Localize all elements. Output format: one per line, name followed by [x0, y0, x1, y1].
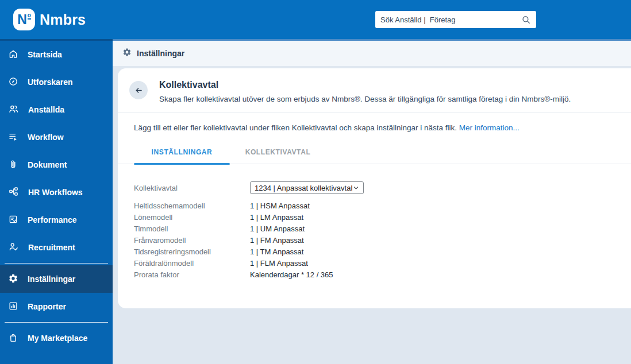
sidebar-item-label: Utforskaren — [28, 78, 73, 87]
sidebar-item-label: Dokument — [28, 160, 67, 169]
field-label: Kollektivavtal — [134, 184, 250, 192]
sidebar-item-startsida[interactable]: Startsida — [0, 41, 113, 68]
sidebar-item-performance[interactable]: Performance — [0, 206, 113, 234]
sidebar-divider — [5, 263, 108, 264]
sidebar-item-utforskaren[interactable]: Utforskaren — [0, 68, 113, 96]
workflow-icon — [8, 131, 18, 144]
form-row: Prorata faktor Kalenderdagar * 12 / 365 — [134, 269, 615, 280]
sidebar-item-label: HR Workflows — [28, 188, 83, 197]
more-information-link[interactable]: Mer information... — [459, 123, 520, 132]
tab-bar: INSTÄLLNINGAR KOLLEKTIVAVTAL — [118, 141, 631, 164]
tab-kollektivavtal[interactable]: KOLLEKTIVAVTAL — [230, 141, 326, 164]
sidebar-item-label: Anställda — [28, 105, 64, 114]
bar-chart-icon — [8, 301, 18, 313]
kollektivavtal-select[interactable]: 1234 | Anpassat kollektivavtal — [250, 181, 364, 194]
sidebar-item-label: Inställningar — [28, 274, 75, 284]
field-label: Lönemodell — [134, 213, 250, 222]
sidebar-item-recruitment[interactable]: Recruitment — [0, 234, 113, 261]
compass-icon — [8, 76, 18, 88]
sidebar-item-anstallda[interactable]: Anställda — [0, 96, 113, 123]
form-row: Heltidsschemamodell 1 | HSM Anpassat — [134, 200, 615, 211]
home-icon — [8, 49, 18, 61]
page-subtitle: Skapa fler kollektivavtal utöver de som … — [159, 95, 571, 103]
page-title: Kollektivavtal — [159, 80, 571, 90]
sidebar-divider — [5, 322, 108, 323]
sidebar-item-workflow[interactable]: Workflow — [0, 123, 113, 151]
hierarchy-icon — [8, 186, 19, 199]
user-check-icon — [8, 241, 19, 254]
search-icon[interactable] — [521, 15, 531, 25]
sidebar-item-label: Recruitment — [28, 243, 75, 252]
global-search — [375, 11, 536, 28]
form-row: Föräldralönmodell 1 | FLM Anpassat — [134, 257, 615, 269]
app-header: N o Nmbrs — [0, 0, 631, 39]
logo-letter: N — [17, 13, 27, 26]
field-label: Prorata faktor — [134, 270, 250, 279]
field-value: 1 | HSM Anpassat — [250, 202, 310, 210]
gear-icon — [122, 48, 132, 59]
search-input[interactable] — [380, 16, 521, 24]
field-value: 1 | FM Anpassat — [250, 236, 304, 245]
info-text: Lägg till ett eller fler kollektivavtal … — [134, 123, 457, 132]
breadcrumb[interactable]: Inställningar — [113, 41, 631, 66]
field-value: 1 | LM Anpassat — [250, 213, 303, 222]
chevron-down-icon — [353, 185, 359, 191]
tab-installningar[interactable]: INSTÄLLNINGAR — [134, 141, 230, 164]
logo-wordmark: Nmbrs — [40, 11, 86, 28]
sidebar-item-label: Startsida — [28, 50, 62, 59]
sidebar-item-label: Rapporter — [28, 302, 66, 311]
field-label: Timmodell — [134, 224, 250, 233]
back-button[interactable] — [129, 81, 148, 99]
content-area: Inställningar Kollektivavtal Skapa fler … — [113, 39, 631, 364]
gear-icon — [8, 273, 18, 285]
settings-form: Kollektivavtal 1234 | Anpassat kollektiv… — [118, 164, 631, 280]
field-label: Frånvaromodell — [134, 236, 250, 245]
sidebar-item-label: Performance — [28, 215, 77, 224]
breadcrumb-label: Inställningar — [137, 49, 184, 58]
settings-card: Kollektivavtal Skapa fler kollektivavtal… — [118, 68, 631, 308]
logo-ordinal: o — [28, 13, 31, 20]
field-value: 1 | UM Anpassat — [250, 224, 305, 233]
card-header: Kollektivavtal Skapa fler kollektivavtal… — [118, 68, 631, 113]
info-paragraph: Lägg till ett eller fler kollektivavtal … — [118, 113, 631, 132]
sidebar-item-label: My Marketplace — [28, 334, 87, 343]
sidebar: Startsida Utforskaren Anställda Workflow… — [0, 39, 113, 364]
form-row: Timmodell 1 | UM Anpassat — [134, 223, 615, 234]
sidebar-item-hr-workflows[interactable]: HR Workflows — [0, 179, 113, 206]
field-label: Heltidsschemamodell — [134, 202, 250, 210]
sidebar-item-installningar[interactable]: Inställningar — [0, 265, 113, 293]
field-value: Kalenderdagar * 12 / 365 — [250, 270, 333, 279]
sidebar-item-my-marketplace[interactable]: My Marketplace — [0, 324, 113, 352]
form-row: Tidsregistreringsmodell 1 | TM Anpassat — [134, 246, 615, 257]
form-row-kollektivavtal: Kollektivavtal 1234 | Anpassat kollektiv… — [134, 181, 615, 194]
sidebar-item-rapporter[interactable]: Rapporter — [0, 293, 113, 320]
users-icon — [8, 103, 19, 116]
select-value: 1234 | Anpassat kollektivavtal — [255, 184, 352, 192]
shopping-bag-icon — [8, 332, 18, 344]
field-value: 1 | TM Anpassat — [250, 247, 303, 256]
nmbrs-logo[interactable]: N o Nmbrs — [13, 9, 86, 30]
field-label: Föräldralönmodell — [134, 259, 250, 268]
paperclip-icon — [8, 159, 18, 171]
sidebar-item-label: Workflow — [28, 133, 64, 142]
nmbrs-logo-badge: N o — [13, 9, 35, 30]
form-row: Lönemodell 1 | LM Anpassat — [134, 211, 615, 223]
form-row: Frånvaromodell 1 | FM Anpassat — [134, 234, 615, 246]
arrow-left-icon — [134, 86, 144, 95]
clipboard-check-icon — [8, 214, 18, 226]
field-value: 1 | FLM Anpassat — [250, 259, 308, 268]
sidebar-item-dokument[interactable]: Dokument — [0, 151, 113, 179]
field-label: Tidsregistreringsmodell — [134, 247, 250, 256]
